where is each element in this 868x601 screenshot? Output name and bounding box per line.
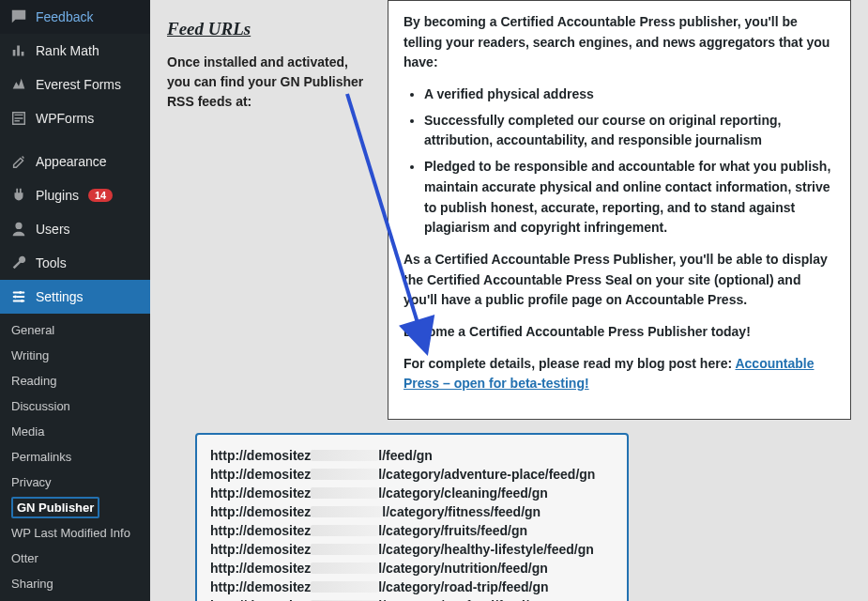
box-bullet-1: A verified physical address — [424, 85, 835, 105]
redacted-segment — [311, 525, 378, 536]
settings-submenu-media[interactable]: Media — [0, 419, 150, 444]
admin-sidebar: FeedbackRank MathEverest FormsWPFormsApp… — [0, 0, 150, 601]
feed-url-row: http://demositezl/category/fitness/feed/… — [210, 504, 614, 519]
sidebar-item-users[interactable]: Users — [0, 212, 150, 246]
rankmath-icon — [9, 41, 28, 60]
svg-point-0 — [19, 291, 22, 294]
sidebar-item-label: Rank Math — [36, 43, 99, 58]
settings-submenu-general[interactable]: General — [0, 317, 150, 343]
box-paragraph-4: For complete details, please read my blo… — [404, 354, 835, 394]
redacted-segment — [311, 469, 378, 480]
feed-intro-column: Feed URLs Once installed and activated, … — [167, 0, 369, 420]
feed-url-row: http://demositezl/category/healthy-lifes… — [210, 542, 614, 557]
settings-submenu-privacy[interactable]: Privacy — [0, 470, 150, 495]
feed-urls-intro: Once installed and activated, you can fi… — [167, 53, 369, 112]
appearance-icon — [9, 152, 28, 171]
feed-url-list-box: http://demositezl/feed/gnhttp://demosite… — [195, 433, 629, 601]
redacted-segment — [311, 581, 378, 593]
sidebar-item-label: Settings — [36, 289, 84, 304]
box-paragraph-2: As a Certified Accountable Press Publish… — [404, 250, 835, 311]
sidebar-item-appearance[interactable]: Appearance — [0, 145, 150, 178]
sidebar-item-rank-math[interactable]: Rank Math — [0, 34, 150, 68]
settings-submenu-reading[interactable]: Reading — [0, 368, 150, 393]
feed-urls-heading: Feed URLs — [167, 19, 369, 39]
sidebar-item-label: Users — [36, 222, 70, 237]
settings-submenu-writing[interactable]: Writing — [0, 343, 150, 368]
svg-point-1 — [14, 296, 17, 299]
box-bullet-3: Pledged to be responsible and accountabl… — [424, 157, 835, 239]
settings-submenu-permalinks[interactable]: Permalinks — [0, 444, 150, 470]
settings-submenu-wp-last-modified-info[interactable]: WP Last Modified Info — [0, 520, 150, 546]
plugins-icon — [9, 186, 28, 205]
settings-submenu-gn-publisher[interactable]: GN Publisher — [0, 495, 150, 520]
feed-url-row: http://demositezl/category/adventure-pla… — [210, 467, 614, 482]
sidebar-item-label: Appearance — [36, 154, 107, 169]
redacted-segment — [311, 562, 378, 574]
settings-submenu-sharing[interactable]: Sharing — [0, 571, 150, 596]
box-paragraph-1: By becoming a Certified Accountable Pres… — [404, 12, 835, 73]
sidebar-item-everest-forms[interactable]: Everest Forms — [0, 68, 150, 101]
svg-point-2 — [21, 300, 23, 302]
sidebar-item-label: Tools — [36, 255, 67, 270]
redacted-segment — [311, 450, 378, 461]
tools-icon — [9, 254, 28, 272]
settings-submenu-otter[interactable]: Otter — [0, 546, 150, 571]
redacted-segment — [311, 544, 378, 555]
sidebar-item-tools[interactable]: Tools — [0, 246, 150, 280]
box-bullet-list: A verified physical address Successfully… — [404, 85, 835, 239]
redacted-segment — [311, 506, 382, 517]
wpforms-icon — [9, 109, 28, 128]
box-bullet-2: Successfully completed our course on ori… — [424, 111, 835, 151]
sidebar-item-settings[interactable]: Settings — [0, 280, 150, 314]
users-icon — [9, 220, 28, 239]
sidebar-item-label: Plugins — [36, 188, 79, 203]
sidebar-item-label: Everest Forms — [36, 77, 121, 92]
settings-submenu-discussion[interactable]: Discussion — [0, 393, 150, 419]
main-content: Feed URLs Once installed and activated, … — [150, 0, 868, 601]
sidebar-item-feedback[interactable]: Feedback — [0, 0, 150, 34]
sidebar-item-label: Feedback — [36, 9, 93, 24]
feedback-icon — [9, 8, 28, 26]
feed-url-row: http://demositezl/feed/gn — [210, 448, 614, 463]
sidebar-item-label: WPForms — [36, 111, 94, 126]
sidebar-item-wpforms[interactable]: WPForms — [0, 101, 150, 135]
settings-icon — [9, 287, 28, 306]
box-paragraph-3: Become a Certified Accountable Press Pub… — [404, 322, 835, 343]
feed-url-row: http://demositezl/category/road-trip/fee… — [210, 579, 614, 594]
redacted-segment — [311, 487, 378, 499]
feed-url-row: http://demositezl/category/fruits/feed/g… — [210, 523, 614, 538]
accountable-press-box: By becoming a Certified Accountable Pres… — [388, 0, 851, 420]
plugins-update-badge: 14 — [88, 189, 113, 202]
forms-icon — [9, 75, 28, 94]
sidebar-item-plugins[interactable]: Plugins14 — [0, 178, 150, 212]
feed-url-row: http://demositezl/category/cleaning/feed… — [210, 485, 614, 501]
feed-url-row: http://demositezl/category/nutrition/fee… — [210, 561, 614, 576]
